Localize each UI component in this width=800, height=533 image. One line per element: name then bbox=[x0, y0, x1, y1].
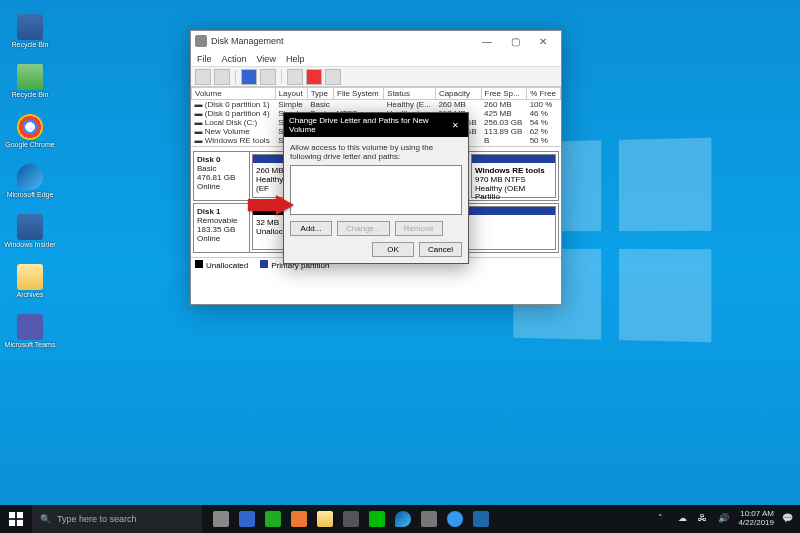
disk-0-info: Disk 0 Basic 476.81 GB Online bbox=[194, 152, 250, 200]
search-box[interactable]: 🔍 Type here to search bbox=[32, 505, 202, 533]
maximize-button[interactable]: ▢ bbox=[501, 32, 529, 50]
folder-icon bbox=[17, 264, 43, 290]
taskbar-apps bbox=[208, 505, 494, 533]
cell: Simple bbox=[275, 100, 307, 110]
desktop-icon-teams[interactable]: Microsoft Teams bbox=[4, 304, 56, 348]
desktop-icon-chrome[interactable]: Google Chrome bbox=[4, 104, 56, 148]
view-button[interactable] bbox=[241, 69, 257, 85]
cell: B bbox=[481, 136, 527, 145]
taskbar-app[interactable] bbox=[390, 505, 416, 533]
svg-rect-4 bbox=[17, 520, 23, 526]
col-capacity[interactable]: Capacity bbox=[435, 88, 481, 100]
chrome-icon bbox=[17, 114, 43, 140]
legend-swatch-unallocated bbox=[195, 260, 203, 268]
cell: ▬ (Disk 0 partition 1) bbox=[192, 100, 276, 110]
cell: 50 % bbox=[527, 136, 561, 145]
properties-button[interactable] bbox=[325, 69, 341, 85]
cell: 46 % bbox=[527, 109, 561, 118]
add-button[interactable]: Add... bbox=[290, 221, 332, 236]
tray-chevron-up-icon[interactable]: ˄ bbox=[658, 513, 670, 525]
cell: ▬ New Volume bbox=[192, 127, 276, 136]
menubar: File Action View Help bbox=[191, 51, 561, 67]
cell: 100 % bbox=[527, 100, 561, 110]
shortcut-icon bbox=[17, 14, 43, 40]
col-status[interactable]: Status bbox=[384, 88, 436, 100]
dialog-close-button[interactable]: ✕ bbox=[448, 121, 463, 130]
start-button[interactable] bbox=[0, 505, 32, 533]
cell: ▬ Windows RE tools bbox=[192, 136, 276, 145]
task-view-button[interactable] bbox=[208, 505, 234, 533]
col-free[interactable]: Free Sp... bbox=[481, 88, 527, 100]
col-pct[interactable]: % Free bbox=[527, 88, 561, 100]
cell: 260 MB bbox=[435, 100, 481, 110]
drive-letter-list[interactable] bbox=[290, 165, 462, 215]
taskbar-app[interactable] bbox=[286, 505, 312, 533]
edge-icon bbox=[395, 511, 411, 527]
disk-1-info: Disk 1 Removable 183.35 GB Online bbox=[194, 204, 250, 252]
window-title: Disk Management bbox=[211, 36, 473, 46]
desktop-icon-edge[interactable]: Microsoft Edge bbox=[4, 154, 56, 198]
tray-onedrive-icon[interactable]: ☁ bbox=[678, 513, 690, 525]
svg-rect-1 bbox=[9, 512, 15, 518]
app-icon bbox=[17, 214, 43, 240]
back-button[interactable] bbox=[195, 69, 211, 85]
clock[interactable]: 10:07 AM 4/22/2019 bbox=[738, 510, 774, 528]
cell: 62 % bbox=[527, 127, 561, 136]
remove-button[interactable]: Remove bbox=[395, 221, 443, 236]
forward-button[interactable] bbox=[214, 69, 230, 85]
taskbar-app[interactable] bbox=[442, 505, 468, 533]
col-fs[interactable]: File System bbox=[334, 88, 384, 100]
delete-button[interactable] bbox=[306, 69, 322, 85]
menu-view[interactable]: View bbox=[257, 54, 276, 64]
partition-re-tools[interactable]: Windows RE tools970 MB NTFSHealthy (OEM … bbox=[471, 154, 556, 198]
recycle-bin-icon bbox=[17, 64, 43, 90]
help-button[interactable] bbox=[287, 69, 303, 85]
toolbar bbox=[191, 67, 561, 87]
cell: 113.89 GB bbox=[481, 127, 527, 136]
taskbar-app[interactable] bbox=[234, 505, 260, 533]
menu-action[interactable]: Action bbox=[222, 54, 247, 64]
refresh-button[interactable] bbox=[260, 69, 276, 85]
titlebar[interactable]: Disk Management — ▢ ✕ bbox=[191, 31, 561, 51]
taskbar-app[interactable] bbox=[338, 505, 364, 533]
taskbar-app[interactable] bbox=[260, 505, 286, 533]
menu-help[interactable]: Help bbox=[286, 54, 305, 64]
cell: Healthy (E... bbox=[384, 100, 436, 110]
dialog-titlebar[interactable]: Change Drive Letter and Paths for New Vo… bbox=[284, 113, 468, 137]
col-type[interactable]: Type bbox=[307, 88, 333, 100]
search-placeholder: Type here to search bbox=[57, 514, 137, 524]
change-button[interactable]: Change... bbox=[337, 221, 390, 236]
action-center-icon[interactable]: 💬 bbox=[782, 513, 794, 525]
teams-icon bbox=[17, 314, 43, 340]
search-icon: 🔍 bbox=[40, 514, 51, 524]
tray-network-icon[interactable]: 🖧 bbox=[698, 513, 710, 525]
task-view-icon bbox=[213, 511, 229, 527]
col-volume[interactable]: Volume bbox=[192, 88, 276, 100]
cortana-icon bbox=[447, 511, 463, 527]
cancel-button[interactable]: Cancel bbox=[419, 242, 462, 257]
file-explorer-icon bbox=[317, 511, 333, 527]
cell: 256.03 GB bbox=[481, 118, 527, 127]
app-icon bbox=[343, 511, 359, 527]
cell bbox=[334, 100, 384, 110]
desktop-icon[interactable]: Recycle Bin bbox=[4, 4, 56, 48]
taskbar-app[interactable] bbox=[364, 505, 390, 533]
taskbar-app[interactable] bbox=[468, 505, 494, 533]
volume-row[interactable]: ▬ (Disk 0 partition 1)SimpleBasicHealthy… bbox=[192, 100, 561, 110]
taskbar-app[interactable] bbox=[416, 505, 442, 533]
desktop-icon-recycle[interactable]: Recycle Bin bbox=[4, 54, 56, 98]
taskbar-app[interactable] bbox=[312, 505, 338, 533]
minimize-button[interactable]: — bbox=[473, 32, 501, 50]
annotation-arrow-icon bbox=[248, 195, 294, 219]
app-icon bbox=[195, 35, 207, 47]
menu-file[interactable]: File bbox=[197, 54, 212, 64]
close-button[interactable]: ✕ bbox=[529, 32, 557, 50]
xbox-icon bbox=[369, 511, 385, 527]
col-layout[interactable]: Layout bbox=[275, 88, 307, 100]
dialog-title: Change Drive Letter and Paths for New Vo… bbox=[289, 116, 448, 134]
app-icon bbox=[421, 511, 437, 527]
ok-button[interactable]: OK bbox=[372, 242, 414, 257]
desktop-icon[interactable]: Windows Insider bbox=[4, 204, 56, 248]
tray-volume-icon[interactable]: 🔊 bbox=[718, 513, 730, 525]
desktop-icon-folder[interactable]: Archives bbox=[4, 254, 56, 298]
